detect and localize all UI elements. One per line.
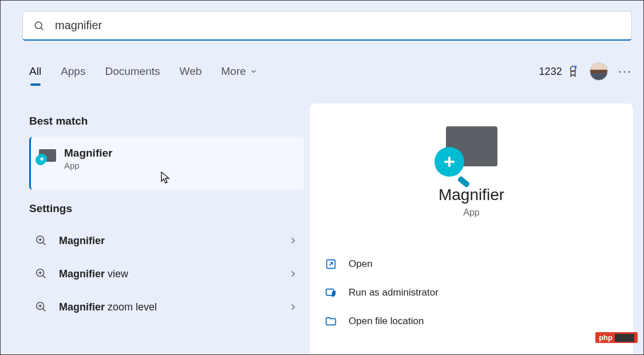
svg-line-9 bbox=[43, 276, 46, 278]
header-right-actions: 1232 ··· bbox=[539, 62, 632, 81]
action-label: Open bbox=[349, 258, 373, 270]
settings-item-label: Magnifier view bbox=[59, 268, 128, 280]
chevron-right-icon bbox=[288, 269, 298, 279]
rewards-points[interactable]: 1232 bbox=[539, 65, 579, 78]
shield-admin-icon bbox=[325, 286, 337, 299]
medal-icon bbox=[567, 65, 579, 78]
tab-documents[interactable]: Documents bbox=[105, 65, 160, 78]
tab-all[interactable]: All bbox=[29, 65, 41, 78]
magnifier-hero-icon bbox=[446, 126, 497, 166]
preview-title: Magnifier bbox=[438, 186, 504, 204]
magnify-plus-icon bbox=[35, 234, 48, 247]
best-match-result[interactable]: + Magnifier App bbox=[29, 137, 304, 190]
preview-subtitle: App bbox=[463, 208, 479, 218]
section-settings: Settings bbox=[29, 202, 304, 215]
rewards-points-value: 1232 bbox=[539, 66, 562, 78]
user-avatar[interactable] bbox=[590, 62, 608, 81]
folder-icon bbox=[325, 315, 337, 328]
search-input[interactable] bbox=[55, 19, 621, 32]
action-open-location[interactable]: Open file location bbox=[325, 309, 618, 333]
settings-item-label: Magnifier zoom level bbox=[59, 301, 157, 313]
best-match-subtitle: App bbox=[64, 161, 112, 170]
watermark-badge: php bbox=[595, 332, 638, 343]
svg-line-5 bbox=[43, 242, 46, 245]
action-open[interactable]: Open bbox=[325, 252, 618, 276]
search-icon bbox=[33, 20, 45, 31]
tab-more-label: More bbox=[221, 65, 246, 78]
settings-item-magnifier-view[interactable]: Magnifier view bbox=[29, 257, 304, 290]
best-match-title: Magnifier bbox=[64, 147, 112, 159]
settings-item-label: Magnifier bbox=[59, 235, 105, 247]
preview-actions: Open Run as administrator Open file loca… bbox=[325, 252, 618, 333]
magnifier-app-icon: + bbox=[39, 147, 56, 162]
chevron-right-icon bbox=[288, 302, 298, 312]
search-bar[interactable] bbox=[22, 11, 632, 41]
open-icon bbox=[325, 258, 337, 270]
filter-tabs: All Apps Documents Web More bbox=[29, 65, 258, 78]
preview-hero: Magnifier App bbox=[325, 126, 618, 218]
preview-panel: Magnifier App Open Run as administrator … bbox=[310, 103, 633, 354]
chevron-down-icon bbox=[250, 67, 258, 75]
overflow-menu[interactable]: ··· bbox=[618, 64, 632, 79]
action-label: Open file location bbox=[349, 316, 424, 327]
section-best-match: Best match bbox=[29, 115, 304, 127]
svg-point-0 bbox=[35, 22, 42, 29]
filter-tabs-row: All Apps Documents Web More 1232 ··· bbox=[29, 62, 632, 81]
magnify-plus-icon bbox=[35, 301, 48, 313]
cursor-icon bbox=[160, 171, 171, 185]
results-left-column: Best match + Magnifier App Settings Magn… bbox=[29, 109, 304, 324]
settings-item-magnifier[interactable]: Magnifier bbox=[29, 224, 304, 257]
tab-apps[interactable]: Apps bbox=[61, 65, 85, 78]
svg-point-3 bbox=[574, 66, 576, 68]
action-run-admin[interactable]: Run as administrator bbox=[325, 281, 618, 305]
tab-web[interactable]: Web bbox=[180, 65, 202, 78]
svg-line-1 bbox=[41, 27, 44, 30]
tab-more[interactable]: More bbox=[221, 65, 257, 78]
magnify-plus-icon bbox=[35, 268, 48, 280]
chevron-right-icon bbox=[288, 236, 298, 246]
action-label: Run as administrator bbox=[349, 287, 438, 298]
svg-line-13 bbox=[43, 309, 46, 312]
settings-item-magnifier-zoom[interactable]: Magnifier zoom level bbox=[29, 290, 304, 324]
